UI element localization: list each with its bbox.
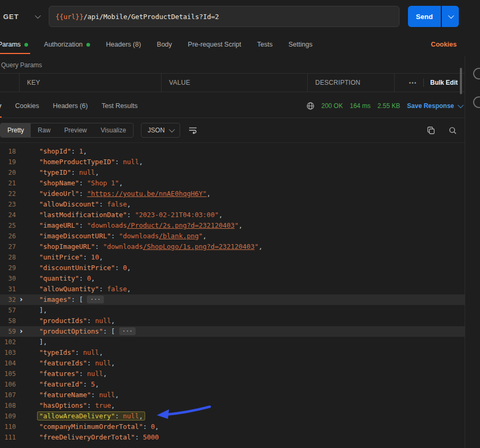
code-line-25: 25"imageURL": "downloads/Product/2s.png?…	[0, 220, 465, 231]
fold-spacer	[16, 358, 26, 369]
code-text: "discountUnitPrice": 0,	[26, 263, 131, 273]
column-header-value: VALUE	[162, 74, 308, 92]
fold-spacer	[16, 146, 26, 157]
response-tab-body[interactable]: Body	[0, 94, 2, 118]
code-line-110: 110"companyMinimumOrderTotal": 0,	[0, 422, 465, 432]
query-params-table: KEYVALUEDESCRIPTION ••• Bulk Edit	[0, 73, 465, 92]
format-selector[interactable]: JSON	[141, 123, 180, 138]
response-time[interactable]: 164 ms	[350, 102, 370, 110]
column-header-description: DESCRIPTION	[308, 74, 395, 92]
fold-toggle-icon[interactable]: ›	[16, 326, 26, 337]
code-line-18: 18"shopId": 1,	[0, 146, 465, 157]
code-text: "imageURL": "downloads/Product/2s.png?d=…	[26, 220, 243, 231]
line-number: 28	[0, 252, 16, 263]
fold-spacer	[16, 199, 26, 210]
line-number: 104	[0, 358, 16, 369]
tab-body[interactable]: Body	[156, 33, 173, 56]
fold-spacer	[16, 390, 26, 400]
tab-authorization[interactable]: Authorization	[43, 33, 91, 56]
line-number: 109	[0, 411, 16, 422]
response-tab-cookies[interactable]: Cookies	[15, 94, 39, 118]
chevron-down-icon	[169, 127, 175, 132]
response-tabs: BodyCookiesHeaders (6)Test Results	[0, 94, 152, 118]
format-label: JSON	[148, 127, 165, 134]
json-link-value[interactable]: "https://youtu.be/nnAE0hqgH6Y"	[87, 190, 207, 198]
code-text: "allowQuantity": false,	[26, 284, 131, 294]
method-selector[interactable]: GET	[0, 13, 49, 21]
code-line-30: 30"quantity": 0,	[0, 273, 465, 284]
code-line-109: 109"allowAreaDelivery": null,	[0, 411, 465, 422]
response-tab-headers[interactable]: Headers (6)	[53, 94, 88, 118]
bulk-edit-button[interactable]: Bulk Edit	[430, 79, 458, 86]
collapsed-content-ellipsis[interactable]: ···	[119, 327, 136, 335]
code-text: "featureIds": null,	[26, 358, 115, 369]
tab-tests[interactable]: Tests	[256, 33, 273, 56]
view-tab-pretty[interactable]: Pretty	[1, 123, 31, 137]
line-number: 57	[0, 305, 16, 316]
fold-spacer	[16, 337, 26, 347]
url-input[interactable]: {{url}}/api/Mobile/GetProductDetails?Id=…	[49, 6, 399, 27]
send-button[interactable]: Send	[408, 6, 441, 27]
scrollbar-thumb[interactable]	[460, 68, 462, 94]
column-headers: KEYVALUEDESCRIPTION	[20, 74, 395, 92]
code-line-29: 29"discountUnitPrice": 0,	[0, 263, 465, 273]
view-mode-segmented-control: PrettyRawPreviewVisualize	[0, 123, 134, 138]
code-line-22: 22"videoUrl": "https://youtu.be/nnAE0hqg…	[0, 189, 465, 199]
cookies-link[interactable]: Cookies	[431, 41, 457, 48]
line-number: 31	[0, 284, 16, 294]
fold-toggle-icon[interactable]: ›	[16, 294, 26, 305]
code-text: "unitPrice": 10,	[26, 252, 103, 263]
line-number: 29	[0, 263, 16, 273]
copy-icon[interactable]	[427, 127, 435, 135]
code-line-19: 19"homeProductTypeID": null,	[0, 157, 465, 167]
fold-spacer	[16, 167, 26, 178]
save-response-button[interactable]: Save Response	[407, 102, 462, 110]
response-tab-test-results[interactable]: Test Results	[102, 94, 138, 118]
fold-spacer	[16, 284, 26, 294]
code-text: "imageDiscountURL": "downloads/blank.png…	[26, 231, 207, 241]
json-link-value[interactable]: /blank.png	[159, 232, 199, 240]
right-sidebar	[465, 56, 480, 448]
fold-spacer	[16, 411, 26, 422]
view-tab-raw[interactable]: Raw	[31, 123, 57, 137]
status-badge[interactable]: 200 OK	[322, 102, 343, 110]
code-line-111: 111"freeDeliveryOrderTotal": 5000	[0, 432, 465, 443]
app-window: GET {{url}}/api/Mobile/GetProductDetails…	[0, 0, 480, 448]
request-tabs: ParamsAuthorizationHeaders (8)BodyPre-re…	[0, 33, 327, 56]
json-link-value[interactable]: /Product/2s.png?d=232120403	[127, 221, 235, 229]
more-options-icon[interactable]: •••	[409, 80, 417, 86]
code-lines: 18"shopId": 1,19"homeProductTypeID": nul…	[0, 146, 465, 443]
send-options-button[interactable]	[441, 6, 459, 27]
response-size[interactable]: 2.55 KB	[378, 102, 401, 110]
view-tab-visualize[interactable]: Visualize	[94, 123, 133, 137]
tab-params[interactable]: Params	[0, 33, 29, 56]
panel-tool-icon[interactable]	[473, 96, 480, 108]
search-icon[interactable]	[449, 127, 457, 135]
chevron-down-icon	[458, 102, 464, 108]
tab-settings[interactable]: Settings	[287, 33, 313, 56]
code-line-32: 32›"images": [ ···	[0, 294, 465, 305]
network-globe-icon[interactable]	[306, 102, 315, 110]
json-link-value[interactable]: /ShopLogo/1s.png?d=232120403	[143, 243, 255, 250]
tab-headers[interactable]: Headers (8)	[105, 33, 142, 56]
request-bar: GET {{url}}/api/Mobile/GetProductDetails…	[0, 0, 480, 33]
code-text: "companyMinimumOrderTotal": 0,	[26, 422, 159, 432]
select-all-cell[interactable]	[0, 74, 20, 92]
tab-pre-request-script[interactable]: Pre-request Script	[187, 33, 243, 56]
line-number: 107	[0, 390, 16, 400]
code-text: "features": null,	[26, 369, 107, 379]
line-number: 30	[0, 273, 16, 284]
code-text: "typeID": null,	[26, 167, 99, 178]
line-number: 26	[0, 231, 16, 241]
line-number: 21	[0, 178, 16, 189]
fold-spacer	[16, 157, 26, 167]
collapsed-content-ellipsis[interactable]: ···	[87, 295, 104, 303]
fold-spacer	[16, 273, 26, 284]
code-text: "featureId": 5,	[26, 379, 99, 390]
code-line-106: 106"featureId": 5,	[0, 379, 465, 390]
code-text: ],	[26, 337, 47, 347]
code-text: "lastModificationDate": "2023-02-21T04:0…	[26, 210, 223, 220]
wrap-text-icon[interactable]	[189, 127, 197, 134]
view-tab-preview[interactable]: Preview	[57, 123, 94, 137]
panel-tool-icon[interactable]	[473, 68, 480, 79]
